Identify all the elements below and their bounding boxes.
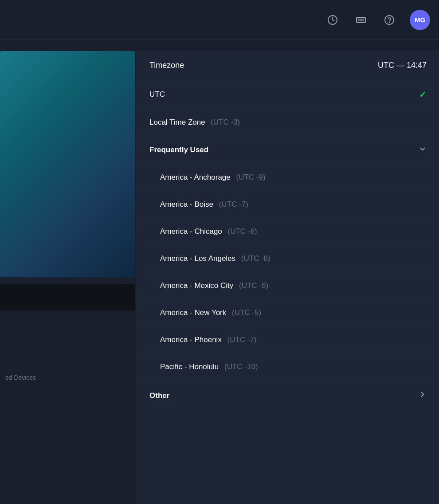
tz-item-offset: (UTC -7) <box>225 335 257 344</box>
tz-item-offset: (UTC -9) <box>234 173 266 182</box>
frequently-used-label: Frequently Used <box>149 146 208 154</box>
tz-item-name: America - Los Angeles <box>160 254 235 263</box>
tz-item-name: America - Mexico City <box>160 281 233 290</box>
list-item[interactable]: America - Chicago (UTC -6) <box>137 218 439 245</box>
selected-checkmark: ✓ <box>419 89 427 100</box>
frequently-used-header[interactable]: Frequently Used <box>137 136 439 164</box>
keyboard-icon[interactable] <box>353 12 369 28</box>
local-tz-offset: (UTC -3) <box>211 118 240 126</box>
tz-item-name: America - Phoenix <box>160 335 222 344</box>
utc-label: UTC <box>149 90 165 99</box>
timezone-dropdown: Timezone UTC — 14:47 UTC ✓ Local Time Zo… <box>137 51 439 504</box>
frequently-used-list: America - Anchorage (UTC -9) America - B… <box>137 164 439 381</box>
tz-item-offset: (UTC -7) <box>217 200 248 209</box>
chevron-right-icon <box>419 390 427 401</box>
ed-devices-text: ed Devices <box>0 370 62 385</box>
timezone-current-value: UTC — 14:47 <box>378 61 427 70</box>
history-icon[interactable] <box>325 12 341 28</box>
other-timezones-row[interactable]: Other <box>137 381 439 410</box>
tz-item-name: Pacific - Honolulu <box>160 362 219 371</box>
timezone-utc-item[interactable]: UTC ✓ <box>137 80 439 109</box>
timezone-label: Timezone <box>149 61 184 70</box>
svg-rect-9 <box>357 17 365 23</box>
tz-item-offset: (UTC -6) <box>237 281 268 290</box>
timezone-header: Timezone UTC — 14:47 <box>137 51 439 80</box>
timezone-local-item[interactable]: Local Time Zone (UTC -3) <box>137 109 439 136</box>
tz-item-name: America - Boise <box>160 200 213 209</box>
tz-item-offset: (UTC -6) <box>226 227 257 236</box>
teal-background-block <box>0 51 135 277</box>
tz-item-name: America - Chicago <box>160 227 222 236</box>
list-item[interactable]: America - New York (UTC -5) <box>137 299 439 327</box>
svg-rect-1 <box>357 17 365 23</box>
user-avatar[interactable]: MG <box>410 10 430 30</box>
list-item[interactable]: America - Anchorage (UTC -9) <box>137 164 439 191</box>
help-icon[interactable] <box>381 12 397 28</box>
list-item[interactable]: Pacific - Honolulu (UTC -10) <box>137 354 439 381</box>
tz-item-offset: (UTC -8) <box>239 254 270 263</box>
list-item[interactable]: America - Mexico City (UTC -6) <box>137 272 439 299</box>
chevron-down-icon <box>419 145 427 155</box>
top-nav: MG <box>0 0 439 40</box>
list-item[interactable]: America - Boise (UTC -7) <box>137 191 439 218</box>
list-item[interactable]: America - Phoenix (UTC -7) <box>137 327 439 354</box>
local-tz-name: Local Time Zone <box>149 118 205 126</box>
other-label: Other <box>149 391 169 400</box>
tz-item-offset: (UTC -5) <box>230 308 261 317</box>
tz-item-name: America - Anchorage <box>160 173 231 182</box>
tz-item-name: America - New York <box>160 308 226 317</box>
tz-item-offset: (UTC -10) <box>222 362 258 371</box>
dark-bar <box>0 284 135 311</box>
svg-point-15 <box>385 16 394 24</box>
list-item[interactable]: America - Los Angeles (UTC -8) <box>137 245 439 272</box>
